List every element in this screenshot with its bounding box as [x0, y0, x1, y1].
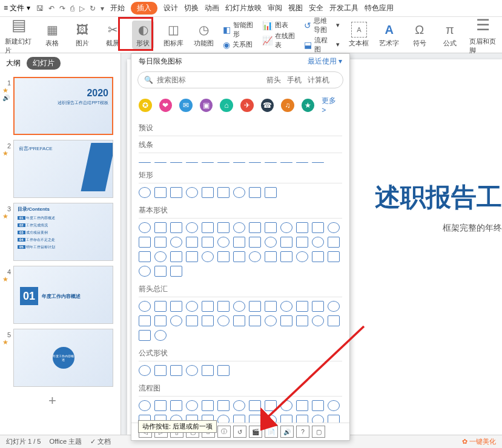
shape-item[interactable] — [280, 222, 292, 233]
action-btn-9[interactable]: 📄 — [265, 426, 278, 438]
shape-item[interactable] — [312, 237, 324, 248]
save-icon[interactable]: 🖫 — [36, 4, 44, 13]
shape-item[interactable] — [186, 301, 198, 312]
shape-item[interactable] — [249, 415, 261, 423]
shape-item[interactable] — [233, 187, 245, 198]
shape-item[interactable] — [217, 251, 230, 262]
shape-item[interactable] — [280, 415, 292, 423]
shape-item[interactable] — [328, 400, 340, 411]
color-icon-6[interactable]: ✈ — [240, 99, 254, 112]
shape-item[interactable] — [233, 415, 245, 423]
shape-item[interactable] — [265, 237, 277, 248]
shape-item[interactable] — [249, 251, 261, 262]
shape-item[interactable] — [139, 330, 151, 341]
shape-item[interactable] — [249, 400, 261, 411]
shape-item[interactable] — [280, 315, 292, 326]
shape-item[interactable] — [312, 162, 324, 163]
shape-item[interactable] — [280, 237, 292, 248]
shape-item[interactable] — [202, 162, 214, 163]
shape-item[interactable] — [139, 222, 151, 233]
color-icon-2[interactable]: ❤ — [159, 99, 173, 112]
more-link[interactable]: 更多 > — [322, 96, 342, 114]
shape-item[interactable] — [154, 266, 167, 277]
shape-item[interactable] — [170, 222, 182, 233]
color-icon-7[interactable]: ☎ — [261, 99, 274, 112]
shape-item[interactable] — [154, 315, 167, 326]
shape-item[interactable] — [202, 251, 214, 262]
shape-item[interactable] — [202, 187, 214, 198]
shape-item[interactable] — [217, 301, 230, 312]
shape-item[interactable] — [249, 301, 261, 312]
shape-item[interactable] — [280, 251, 292, 262]
shape-item[interactable] — [217, 415, 230, 423]
shape-item[interactable] — [233, 222, 245, 233]
shape-item[interactable] — [139, 251, 151, 262]
picture-button[interactable]: 🖼图片 — [71, 22, 93, 48]
redo2-icon[interactable]: ↻ — [90, 4, 96, 13]
shape-item[interactable] — [139, 365, 151, 376]
redo-icon[interactable]: ↷ — [59, 4, 65, 13]
shape-item[interactable] — [249, 222, 261, 233]
shape-item[interactable] — [217, 222, 230, 233]
shape-item[interactable] — [170, 187, 182, 198]
shape-item[interactable] — [328, 237, 340, 248]
shape-item[interactable] — [296, 415, 308, 423]
shape-item[interactable] — [265, 222, 277, 233]
shape-item[interactable] — [280, 301, 292, 312]
shape-item[interactable] — [233, 315, 245, 326]
shape-item[interactable] — [154, 222, 167, 233]
shape-item[interactable] — [217, 400, 230, 411]
online-chart-button[interactable]: 📈在线图表 — [262, 31, 296, 50]
shape-item[interactable] — [139, 237, 151, 248]
filter-computer[interactable]: 计算机 — [308, 75, 329, 85]
shape-item[interactable] — [202, 400, 214, 411]
shape-item[interactable] — [139, 301, 151, 312]
slide-thumb-1[interactable]: 2020 述职报告工作总结PPT模板 — [13, 77, 113, 135]
shape-item[interactable] — [170, 162, 182, 163]
shape-item[interactable] — [265, 415, 277, 423]
shape-item[interactable] — [202, 315, 214, 326]
doc-check[interactable]: ✓ 文档 — [90, 437, 111, 446]
shape-item[interactable] — [328, 415, 340, 423]
shape-item[interactable] — [170, 251, 182, 262]
textbox-button[interactable]: A文本框 — [348, 22, 370, 48]
shape-item[interactable] — [217, 365, 230, 376]
shape-item[interactable] — [186, 162, 198, 163]
color-icon-4[interactable]: ▣ — [200, 99, 213, 112]
file-menu[interactable]: ≡ 文件 ▾ — [4, 3, 30, 13]
shape-item[interactable] — [154, 237, 167, 248]
recent-link[interactable]: 最近使用 ▾ — [308, 56, 342, 67]
shape-item[interactable] — [265, 400, 277, 411]
shape-item[interactable] — [328, 251, 340, 262]
tab-view[interactable]: 视图 — [288, 3, 303, 13]
shape-item[interactable] — [186, 365, 198, 376]
tab-insert[interactable]: 插入 — [131, 2, 157, 15]
shape-item[interactable] — [139, 162, 151, 163]
shape-item[interactable] — [280, 400, 292, 411]
color-icon-8[interactable]: ♫ — [281, 99, 294, 112]
relation-button[interactable]: ◉关系图 — [223, 40, 254, 50]
shape-item[interactable] — [217, 187, 230, 198]
table-button[interactable]: ▦表格 — [41, 22, 63, 48]
shape-item[interactable] — [312, 315, 324, 326]
shape-item[interactable] — [170, 365, 182, 376]
color-icon-1[interactable]: ✪ — [139, 99, 152, 112]
shape-item[interactable] — [233, 237, 245, 248]
shape-item[interactable] — [202, 222, 214, 233]
filter-phone[interactable]: 手机 — [287, 75, 302, 85]
shape-item[interactable] — [249, 187, 261, 198]
search-input[interactable] — [157, 76, 256, 84]
icon-search[interactable]: 🔍 箭头 手机 计算机 — [137, 71, 343, 88]
print-icon[interactable]: ⎙ — [70, 4, 74, 13]
shape-item[interactable] — [170, 315, 182, 326]
shape-item[interactable] — [186, 187, 198, 198]
shape-item[interactable] — [186, 237, 198, 248]
shape-item[interactable] — [202, 237, 214, 248]
shape-item[interactable] — [217, 315, 230, 326]
tab-design[interactable]: 设计 — [163, 3, 178, 13]
shape-item[interactable] — [265, 251, 277, 262]
shape-item[interactable] — [217, 237, 230, 248]
shape-item[interactable] — [186, 251, 198, 262]
shape-item[interactable] — [139, 266, 151, 277]
action-btn-8[interactable]: 🎬 — [249, 426, 262, 438]
